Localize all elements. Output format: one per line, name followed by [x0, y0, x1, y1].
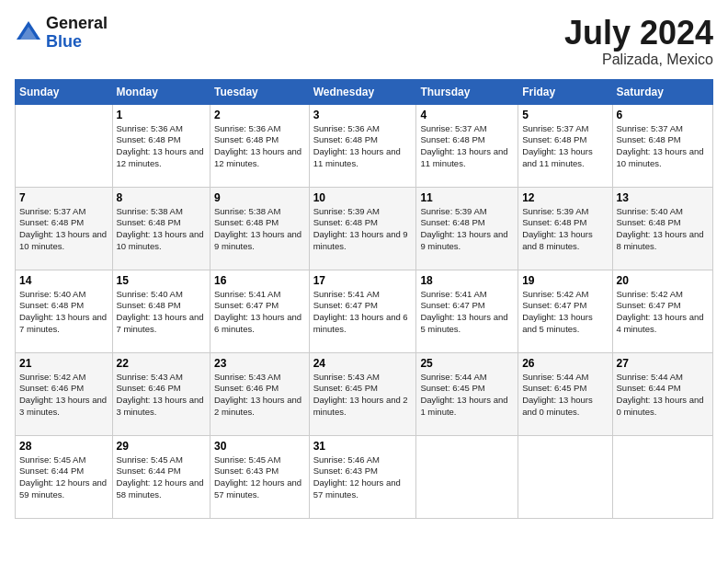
title-block: July 2024 Palizada, Mexico [564, 15, 713, 68]
day-info: Sunrise: 5:41 AM Sunset: 6:47 PM Dayligh… [313, 289, 413, 336]
month-title: July 2024 [564, 15, 713, 52]
day-number: 14 [19, 274, 108, 287]
header-cell-thursday: Thursday [416, 79, 518, 104]
day-number: 17 [313, 274, 413, 287]
day-cell: 31Sunrise: 5:46 AM Sunset: 6:43 PM Dayli… [309, 435, 416, 518]
week-row-1: 1Sunrise: 5:36 AM Sunset: 6:48 PM Daylig… [16, 104, 713, 187]
day-number: 19 [522, 274, 608, 287]
day-info: Sunrise: 5:38 AM Sunset: 6:48 PM Dayligh… [117, 206, 206, 253]
day-number: 21 [19, 357, 108, 370]
day-number: 25 [420, 357, 514, 370]
day-cell: 22Sunrise: 5:43 AM Sunset: 6:46 PM Dayli… [112, 352, 210, 435]
day-cell: 24Sunrise: 5:43 AM Sunset: 6:45 PM Dayli… [309, 352, 416, 435]
day-number: 10 [313, 191, 413, 204]
day-cell: 14Sunrise: 5:40 AM Sunset: 6:48 PM Dayli… [16, 270, 113, 352]
day-info: Sunrise: 5:43 AM Sunset: 6:46 PM Dayligh… [117, 372, 206, 419]
day-info: Sunrise: 5:37 AM Sunset: 6:48 PM Dayligh… [19, 206, 108, 253]
day-cell: 15Sunrise: 5:40 AM Sunset: 6:48 PM Dayli… [112, 270, 210, 352]
header-cell-tuesday: Tuesday [210, 79, 310, 104]
day-cell: 18Sunrise: 5:41 AM Sunset: 6:47 PM Dayli… [416, 270, 518, 352]
day-info: Sunrise: 5:44 AM Sunset: 6:44 PM Dayligh… [617, 372, 709, 419]
day-number: 18 [420, 274, 514, 287]
day-cell: 3Sunrise: 5:36 AM Sunset: 6:48 PM Daylig… [309, 104, 416, 187]
day-info: Sunrise: 5:44 AM Sunset: 6:45 PM Dayligh… [522, 372, 608, 419]
day-cell: 28Sunrise: 5:45 AM Sunset: 6:44 PM Dayli… [16, 435, 113, 518]
day-info: Sunrise: 5:42 AM Sunset: 6:47 PM Dayligh… [522, 289, 608, 336]
logo-general: General [46, 15, 108, 33]
header-cell-monday: Monday [112, 79, 210, 104]
day-info: Sunrise: 5:43 AM Sunset: 6:45 PM Dayligh… [313, 372, 413, 419]
day-cell: 20Sunrise: 5:42 AM Sunset: 6:47 PM Dayli… [612, 270, 712, 352]
day-info: Sunrise: 5:37 AM Sunset: 6:48 PM Dayligh… [420, 123, 514, 170]
day-cell: 10Sunrise: 5:39 AM Sunset: 6:48 PM Dayli… [309, 187, 416, 270]
day-number: 28 [19, 440, 108, 453]
day-cell: 26Sunrise: 5:44 AM Sunset: 6:45 PM Dayli… [518, 352, 612, 435]
day-cell: 7Sunrise: 5:37 AM Sunset: 6:48 PM Daylig… [16, 187, 113, 270]
day-cell: 13Sunrise: 5:40 AM Sunset: 6:48 PM Dayli… [612, 187, 712, 270]
header-cell-saturday: Saturday [612, 79, 712, 104]
day-info: Sunrise: 5:42 AM Sunset: 6:46 PM Dayligh… [19, 372, 108, 419]
day-number: 12 [522, 191, 608, 204]
page-header: General Blue July 2024 Palizada, Mexico [15, 15, 713, 68]
day-number: 26 [522, 357, 608, 370]
day-cell: 29Sunrise: 5:45 AM Sunset: 6:44 PM Dayli… [112, 435, 210, 518]
day-cell: 9Sunrise: 5:38 AM Sunset: 6:48 PM Daylig… [210, 187, 310, 270]
day-number: 22 [117, 357, 206, 370]
day-number: 4 [420, 109, 514, 121]
header-row: SundayMondayTuesdayWednesdayThursdayFrid… [16, 79, 713, 104]
day-cell: 23Sunrise: 5:43 AM Sunset: 6:46 PM Dayli… [210, 352, 310, 435]
day-info: Sunrise: 5:41 AM Sunset: 6:47 PM Dayligh… [420, 289, 514, 336]
day-number: 15 [117, 274, 206, 287]
week-row-3: 14Sunrise: 5:40 AM Sunset: 6:48 PM Dayli… [16, 270, 713, 352]
day-number: 6 [617, 109, 709, 121]
day-number: 11 [420, 191, 514, 204]
day-number: 20 [617, 274, 709, 287]
day-number: 16 [214, 274, 305, 287]
day-cell: 17Sunrise: 5:41 AM Sunset: 6:47 PM Dayli… [309, 270, 416, 352]
day-number: 29 [117, 440, 206, 453]
day-number: 27 [617, 357, 709, 370]
day-cell: 4Sunrise: 5:37 AM Sunset: 6:48 PM Daylig… [416, 104, 518, 187]
day-cell: 27Sunrise: 5:44 AM Sunset: 6:44 PM Dayli… [612, 352, 712, 435]
day-cell: 30Sunrise: 5:45 AM Sunset: 6:43 PM Dayli… [210, 435, 310, 518]
day-info: Sunrise: 5:40 AM Sunset: 6:48 PM Dayligh… [19, 289, 108, 336]
logo-text: General Blue [46, 15, 108, 52]
day-number: 24 [313, 357, 413, 370]
day-info: Sunrise: 5:44 AM Sunset: 6:45 PM Dayligh… [420, 372, 514, 419]
day-info: Sunrise: 5:39 AM Sunset: 6:48 PM Dayligh… [420, 206, 514, 253]
day-info: Sunrise: 5:41 AM Sunset: 6:47 PM Dayligh… [214, 289, 305, 336]
week-row-4: 21Sunrise: 5:42 AM Sunset: 6:46 PM Dayli… [16, 352, 713, 435]
day-info: Sunrise: 5:37 AM Sunset: 6:48 PM Dayligh… [617, 123, 709, 170]
day-cell: 19Sunrise: 5:42 AM Sunset: 6:47 PM Dayli… [518, 270, 612, 352]
day-cell: 6Sunrise: 5:37 AM Sunset: 6:48 PM Daylig… [612, 104, 712, 187]
day-cell: 16Sunrise: 5:41 AM Sunset: 6:47 PM Dayli… [210, 270, 310, 352]
day-info: Sunrise: 5:40 AM Sunset: 6:48 PM Dayligh… [617, 206, 709, 253]
day-info: Sunrise: 5:36 AM Sunset: 6:48 PM Dayligh… [214, 123, 305, 170]
day-info: Sunrise: 5:46 AM Sunset: 6:43 PM Dayligh… [313, 454, 413, 501]
day-info: Sunrise: 5:39 AM Sunset: 6:48 PM Dayligh… [522, 206, 608, 253]
day-number: 30 [214, 440, 305, 453]
day-number: 13 [617, 191, 709, 204]
day-number: 23 [214, 357, 305, 370]
day-number: 2 [214, 109, 305, 121]
day-number: 7 [19, 191, 108, 204]
logo-blue: Blue [46, 33, 108, 52]
day-info: Sunrise: 5:42 AM Sunset: 6:47 PM Dayligh… [617, 289, 709, 336]
day-cell: 21Sunrise: 5:42 AM Sunset: 6:46 PM Dayli… [16, 352, 113, 435]
day-cell: 25Sunrise: 5:44 AM Sunset: 6:45 PM Dayli… [416, 352, 518, 435]
calendar-header: SundayMondayTuesdayWednesdayThursdayFrid… [16, 79, 713, 104]
week-row-5: 28Sunrise: 5:45 AM Sunset: 6:44 PM Dayli… [16, 435, 713, 518]
day-number: 1 [117, 109, 206, 121]
calendar-body: 1Sunrise: 5:36 AM Sunset: 6:48 PM Daylig… [16, 104, 713, 518]
day-info: Sunrise: 5:39 AM Sunset: 6:48 PM Dayligh… [313, 206, 413, 253]
logo: General Blue [15, 15, 108, 52]
header-cell-friday: Friday [518, 79, 612, 104]
logo-icon [15, 19, 42, 47]
day-info: Sunrise: 5:43 AM Sunset: 6:46 PM Dayligh… [214, 372, 305, 419]
day-info: Sunrise: 5:45 AM Sunset: 6:44 PM Dayligh… [19, 454, 108, 501]
calendar-table: SundayMondayTuesdayWednesdayThursdayFrid… [15, 79, 713, 519]
day-info: Sunrise: 5:36 AM Sunset: 6:48 PM Dayligh… [117, 123, 206, 170]
day-info: Sunrise: 5:40 AM Sunset: 6:48 PM Dayligh… [117, 289, 206, 336]
day-cell: 12Sunrise: 5:39 AM Sunset: 6:48 PM Dayli… [518, 187, 612, 270]
day-cell [612, 435, 712, 518]
